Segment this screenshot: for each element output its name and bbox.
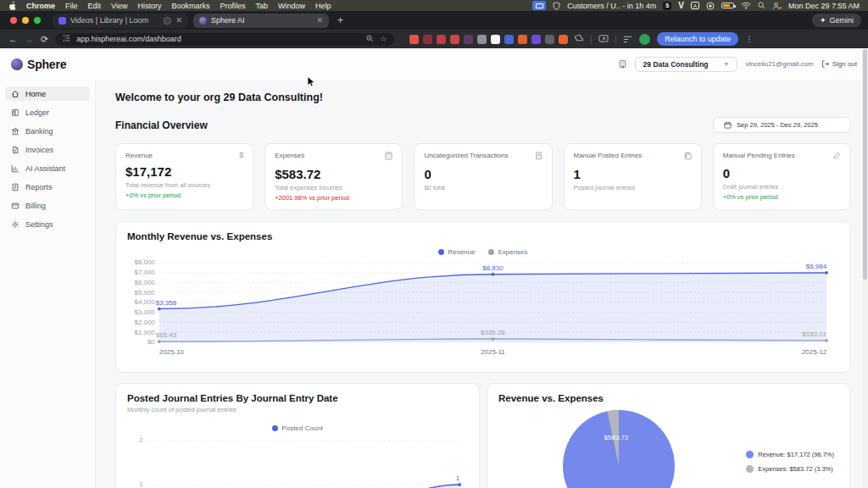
menu-item-edit[interactable]: Edit bbox=[88, 2, 102, 10]
sidebar-item-settings[interactable]: Settings bbox=[5, 217, 90, 231]
sidebar-item-invoices[interactable]: Invoices bbox=[5, 142, 90, 157]
extensions-puzzle-icon[interactable] bbox=[575, 31, 584, 47]
menubar-app-v-icon[interactable]: V bbox=[678, 1, 684, 10]
menu-item-view[interactable]: View bbox=[111, 2, 127, 10]
tab-sphere-ai[interactable]: Sphere AI ✕ bbox=[193, 14, 329, 28]
browser-toolbar: ← → ⟳ app.hisphereai.com/dashboard ☆ bbox=[0, 30, 868, 48]
sign-out-button[interactable]: Sign out bbox=[821, 60, 857, 68]
relaunch-button[interactable]: Relaunch to update bbox=[657, 32, 738, 46]
menu-item-help[interactable]: Help bbox=[315, 2, 331, 10]
menu-item-profiles[interactable]: Profiles bbox=[220, 2, 245, 10]
revenue-card[interactable]: Revenue $ $17,172 Total revenue from all… bbox=[115, 143, 253, 210]
extension-icon-11[interactable] bbox=[559, 35, 568, 44]
posted-journal-chart[interactable]: 211 bbox=[127, 434, 468, 488]
tab-share-icon[interactable] bbox=[598, 31, 609, 47]
expenses-card[interactable]: Expenses $583.72 Total expenses incurred… bbox=[264, 143, 403, 210]
address-bar[interactable]: app.hisphereai.com/dashboard ☆ bbox=[55, 33, 394, 46]
sidebar-item-billing[interactable]: Billing bbox=[5, 198, 90, 213]
gemini-button[interactable]: ✦ Gemini bbox=[812, 14, 861, 27]
monthly-chart[interactable]: $8,000$7,000$6,000$5,000$4,000$3,000$2,0… bbox=[127, 256, 839, 359]
mouse-cursor bbox=[307, 76, 317, 88]
screen-sharing-icon[interactable] bbox=[532, 1, 546, 10]
sidebar-item-reports[interactable]: Reports bbox=[5, 180, 90, 194]
zoom-page-icon[interactable] bbox=[366, 35, 374, 44]
extension-icon-1[interactable] bbox=[423, 35, 432, 44]
dashboard-main: Welcome to your org 29 Data Consulting! … bbox=[96, 80, 868, 488]
window-controls bbox=[10, 17, 41, 24]
tab-loom[interactable]: Videos | Library | Loom ✕ bbox=[53, 14, 188, 28]
posted-entries-value: 1 bbox=[574, 167, 692, 181]
sidebar: Home Ledger Banking Invoices AI Assistan… bbox=[0, 80, 96, 488]
menu-item-chrome[interactable]: Chrome bbox=[26, 2, 55, 10]
profile-avatar[interactable] bbox=[639, 34, 650, 45]
extension-icon-7[interactable] bbox=[504, 35, 514, 44]
shield-icon[interactable] bbox=[553, 2, 560, 10]
pending-entries-value: 0 bbox=[723, 166, 841, 180]
close-tab-icon[interactable]: ✕ bbox=[316, 16, 323, 25]
menubar-app-a-icon[interactable]: A bbox=[691, 2, 699, 9]
record-icon[interactable] bbox=[706, 2, 715, 10]
scrollbar-thumb[interactable] bbox=[863, 49, 867, 280]
minimize-window-button[interactable] bbox=[22, 17, 29, 24]
page-scrollbar[interactable] bbox=[862, 49, 868, 488]
tab-title: Sphere AI bbox=[211, 16, 312, 25]
extension-icon-2[interactable] bbox=[437, 35, 446, 44]
menubar-clock[interactable]: Mon Dec 29 7:55 AM bbox=[788, 2, 860, 10]
macos-menu-bar: Chrome File Edit View History Bookmarks … bbox=[0, 0, 868, 11]
reload-icon[interactable]: ⟳ bbox=[41, 35, 48, 44]
menubar-app-s-icon[interactable]: S bbox=[663, 2, 671, 10]
extension-icon-3[interactable] bbox=[450, 35, 459, 44]
sidebar-item-home[interactable]: Home bbox=[5, 86, 90, 101]
sidebar-item-ai-assistant[interactable]: AI Assistant bbox=[5, 161, 90, 175]
extension-icon-0[interactable] bbox=[409, 35, 419, 44]
sphere-favicon bbox=[199, 17, 207, 25]
org-selector[interactable]: 29 Data Consulting ▼ bbox=[635, 57, 738, 72]
forward-icon[interactable]: → bbox=[25, 35, 34, 44]
bookmark-star-icon[interactable]: ☆ bbox=[380, 35, 387, 44]
loom-favicon bbox=[58, 17, 66, 25]
calculator-icon bbox=[385, 152, 392, 162]
reading-list-icon[interactable] bbox=[623, 31, 632, 47]
expenses-value: $583.72 bbox=[275, 167, 392, 181]
apple-menu-icon[interactable] bbox=[8, 1, 16, 10]
svg-text:$583.72: $583.72 bbox=[604, 434, 629, 441]
date-range-button[interactable]: Sep 29, 2025 - Dec 29, 2025 bbox=[713, 117, 851, 133]
posted-entries-card[interactable]: Manual Posted Entries 1 Posted journal e… bbox=[564, 143, 702, 210]
new-tab-button[interactable]: + bbox=[337, 14, 343, 26]
sidebar-item-banking[interactable]: Banking bbox=[5, 124, 90, 138]
extension-icon-4[interactable] bbox=[464, 35, 473, 44]
posted-journal-chart-title: Posted Journal Entries By Journal Entry … bbox=[127, 393, 468, 403]
calendar-event-status[interactable]: Customers / U.. - in 1h 4m bbox=[567, 2, 656, 10]
extension-icon-6[interactable] bbox=[491, 35, 500, 44]
extension-icon-9[interactable] bbox=[531, 35, 541, 44]
menu-item-tab[interactable]: Tab bbox=[255, 2, 268, 10]
sparkle-icon: ✦ bbox=[820, 16, 826, 25]
revenue-value: $17,172 bbox=[125, 164, 243, 179]
menu-item-window[interactable]: Window bbox=[278, 2, 305, 10]
menu-item-file[interactable]: File bbox=[65, 2, 78, 10]
chrome-menu-icon[interactable]: ⋮ bbox=[745, 35, 753, 43]
menu-item-bookmarks[interactable]: Bookmarks bbox=[171, 2, 209, 10]
tab-strip: Videos | Library | Loom ✕ Sphere AI ✕ + … bbox=[0, 11, 868, 30]
extension-icon-10[interactable] bbox=[545, 35, 554, 44]
extension-icon-8[interactable] bbox=[518, 35, 527, 44]
wifi-icon[interactable] bbox=[741, 2, 751, 9]
battery-icon[interactable] bbox=[721, 3, 734, 8]
uncategorized-card[interactable]: Uncategorized Transactions 0 $0 total bbox=[414, 143, 552, 210]
brand[interactable]: Sphere bbox=[11, 58, 66, 71]
sidebar-item-ledger[interactable]: Ledger bbox=[5, 105, 90, 119]
zoom-window-button[interactable] bbox=[34, 17, 41, 24]
site-info-icon[interactable] bbox=[63, 34, 71, 44]
report-icon bbox=[11, 183, 19, 191]
revenue-expenses-pie[interactable]: $583.72$17,172 bbox=[551, 407, 687, 488]
user-switch-icon[interactable] bbox=[772, 2, 782, 10]
close-window-button[interactable] bbox=[10, 17, 17, 24]
pending-entries-card[interactable]: Manual Pending Entries 0 Draft journal e… bbox=[713, 143, 851, 210]
back-icon[interactable]: ← bbox=[8, 35, 18, 44]
posted-journal-chart-card: Posted Journal Entries By Journal Entry … bbox=[115, 383, 480, 488]
menu-item-history[interactable]: History bbox=[137, 2, 161, 10]
spotlight-search-icon[interactable] bbox=[758, 2, 765, 9]
extension-icon-5[interactable] bbox=[477, 35, 487, 44]
close-tab-icon[interactable]: ✕ bbox=[175, 16, 182, 25]
revenue-legend-dot bbox=[438, 249, 444, 255]
